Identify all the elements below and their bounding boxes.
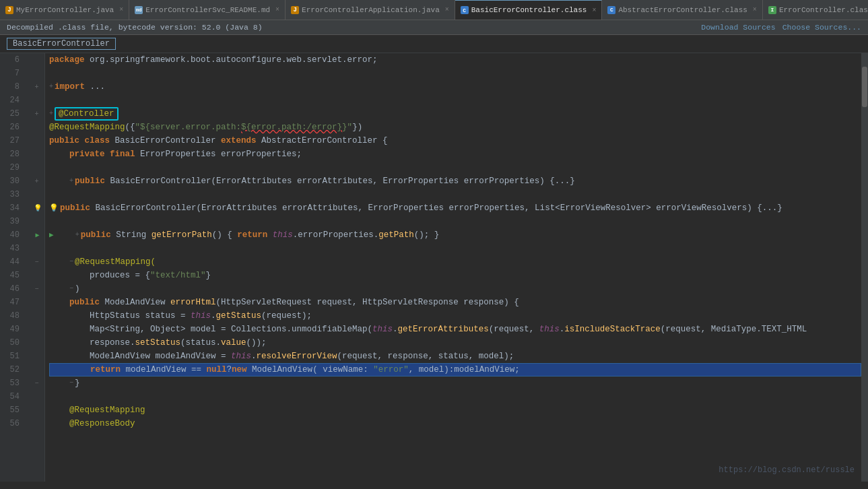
gutter-7 [30,67,44,80]
fold-46[interactable] [34,286,38,293]
fold-inline-53[interactable] [69,377,73,390]
fold-53[interactable] [34,380,38,387]
gutter-51 [30,350,44,363]
ln-28: 28 [0,148,25,161]
tab-label: MyErrorController.java [16,6,114,14]
ln-54: 54 [0,390,25,403]
fold-inline-40[interactable] [75,228,79,242]
tab-close[interactable]: × [275,6,279,13]
tab-error-controller[interactable]: I ErrorController.class × [763,0,868,20]
gutter: 💡 ▶ [30,53,45,482]
tab-error-controller-svc-readme[interactable]: md ErrorControllerSvc_README.md × [129,0,286,20]
fold-30[interactable] [34,178,38,185]
gutter-56 [30,417,44,430]
download-sources-link[interactable]: Download Sources [701,23,775,32]
gutter-43 [30,242,44,255]
ln-46: 46 [0,282,25,296]
tab-close[interactable]: × [753,6,757,13]
fold-8[interactable] [34,84,38,91]
code-line-8: import ... [49,80,861,94]
fold-inline-30[interactable] [69,174,73,188]
tab-close[interactable]: × [119,6,123,13]
ln-50: 50 [0,336,25,350]
breakpoint-34: 💡 [34,204,42,212]
tab-close[interactable]: × [592,7,596,14]
gutter-53 [30,377,44,390]
code-line-56: @ResponseBody [49,417,861,430]
tab-icon-java: J [5,6,13,14]
ln-29: 29 [0,161,25,174]
run-icon-40: ▶ [35,231,39,239]
gutter-55 [30,403,44,417]
gutter-29 [30,161,44,174]
gutter-48 [30,309,44,323]
ln-47: 47 [0,296,25,309]
fold-25[interactable] [34,110,38,118]
ln-53: 53 [0,377,25,390]
code-line-7 [49,67,861,80]
fold-inline-25[interactable] [49,107,53,121]
run-icon-line-40: ▶ [49,228,54,242]
code-line-26: @RequestMapping({"${server.error.path:${… [49,121,861,134]
fold-inline-44[interactable] [69,255,73,269]
gutter-52 [30,363,44,377]
info-links: Download Sources Choose Sources... [701,23,861,32]
tab-label: ErrorController.class [779,6,868,14]
gutter-34: 💡 [30,201,44,215]
tab-error-controller-app[interactable]: J ErrorControllerApplication.java × [286,0,455,20]
gutter-39 [30,215,44,228]
gutter-47 [30,296,44,309]
code-line-43 [49,242,861,255]
tab-icon-class-blue: C [607,6,615,14]
code-line-48: HttpStatus status = this . getStatus (re… [49,309,861,323]
vertical-scrollbar[interactable] [861,53,868,482]
fold-44[interactable] [34,259,38,266]
code-line-24 [49,94,861,107]
fold-inline-8[interactable] [49,80,53,94]
fold-inline-46[interactable] [69,282,73,296]
tab-label: ErrorControllerApplication.java [302,6,440,14]
ln-45: 45 [0,269,25,282]
code-line-6: package org.springframework.boot.autocon… [49,53,861,67]
ln-44: 44 [0,255,25,269]
ln-55: 55 [0,403,25,417]
code-line-29 [49,161,861,174]
tab-basic-error-controller[interactable]: C BasicErrorController.class × [455,0,603,20]
tab-icon-class-green: I [768,6,776,14]
code-line-33 [49,188,861,201]
ln-39: 39 [0,215,25,228]
gutter-30 [30,174,44,188]
code-line-27: public class BasicErrorController extend… [49,134,861,148]
tab-icon-java: J [291,6,299,14]
code-line-55: @RequestMapping [49,403,861,417]
ln-26: 26 [0,121,25,134]
code-line-44: @RequestMapping( [49,255,861,269]
code-container: 6 7 8 24 25 26 27 28 29 30 33 34 39 40 4… [0,53,868,482]
ln-25: 25 [0,107,25,121]
tab-close[interactable]: × [445,6,449,13]
gutter-28 [30,148,44,161]
gutter-26 [30,121,44,134]
code-line-47: public ModelAndView errorHtml (HttpServl… [49,296,861,309]
ln-27: 27 [0,134,25,148]
scrollbar-thumb[interactable] [862,67,867,107]
code-line-54 [49,390,861,403]
code-area[interactable]: package org.springframework.boot.autocon… [45,53,861,482]
gutter-54 [30,390,44,403]
code-line-34: 💡 public BasicErrorController(ErrorAttri… [49,201,861,215]
tab-abstract-error-controller[interactable]: C AbstractErrorController.class × [602,0,762,20]
code-line-40: ▶ public String getErrorPath () { return… [49,228,861,242]
gutter-8 [30,80,44,94]
ln-24: 24 [0,94,25,107]
tab-my-error-controller[interactable]: J MyErrorController.java × [0,0,129,20]
code-line-30: public BasicErrorController(ErrorAttribu… [49,174,861,188]
ln-8: 8 [0,80,25,94]
code-line-25: @Controller [49,107,861,121]
gutter-40: ▶ [30,228,44,242]
ln-56: 56 [0,417,25,430]
gutter-25 [30,107,44,121]
code-line-53: } [49,377,861,390]
ln-48: 48 [0,309,25,323]
breadcrumb-class: BasicErrorController [7,38,116,50]
choose-sources-link[interactable]: Choose Sources... [782,23,861,32]
